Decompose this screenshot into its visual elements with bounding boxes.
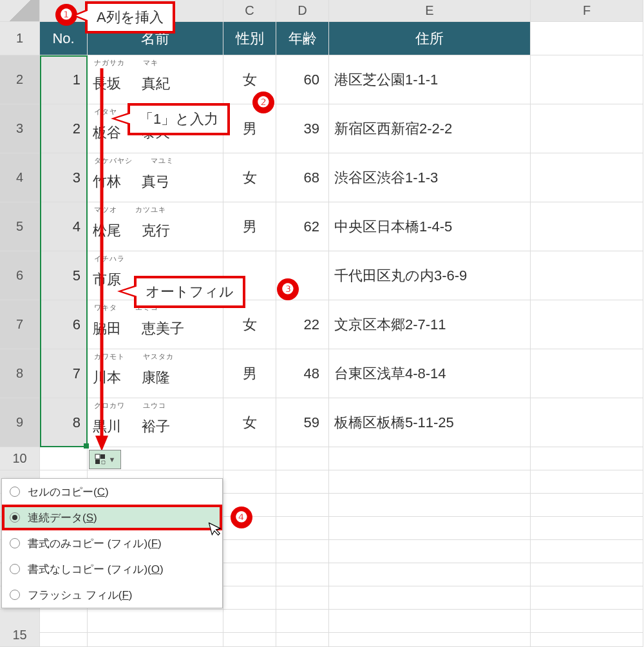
cell-E9[interactable]: 板橋区板橋5-11-25 [329, 398, 531, 447]
cell-F5[interactable] [531, 202, 643, 251]
cell-D15[interactable] [276, 624, 329, 647]
cell-D4[interactable]: 68 [276, 153, 329, 202]
autofill-options-button[interactable]: ▼ [89, 450, 121, 469]
cell-D2[interactable]: 60 [276, 55, 329, 104]
cell-E8[interactable]: 台東区浅草4-8-14 [329, 349, 531, 398]
badge-2: ❷ [252, 92, 274, 113]
badge-4: ❹ [231, 507, 252, 528]
cell-D5[interactable]: 62 [276, 202, 329, 251]
callout-autofill: オートフィル [134, 276, 245, 308]
cell-D10[interactable] [276, 447, 329, 470]
col-header-F[interactable]: F [531, 0, 643, 22]
cell-E5[interactable]: 中央区日本橋1-4-5 [329, 202, 531, 251]
cell-C10[interactable] [223, 447, 276, 470]
row-header-7[interactable]: 7 [0, 300, 40, 349]
cell-A3[interactable]: 2 [40, 104, 88, 153]
autofill-icon [95, 454, 106, 465]
svg-rect-5 [102, 461, 105, 464]
cell-A7[interactable]: 6 [40, 300, 88, 349]
autofill-options-menu: セルのコピー(C) 連続データ(S) 書式のみコピー (フィル)(F) 書式なし… [1, 478, 223, 608]
cell-A6[interactable]: 5 [40, 251, 88, 300]
cell-F1[interactable] [531, 22, 643, 55]
menu-item-fill-without-format[interactable]: 書式なしコピー (フィル)(O) [2, 556, 222, 582]
cell-B4[interactable]: タケバヤシマユミ竹林真弓 [88, 153, 223, 202]
cell-E10[interactable] [329, 447, 531, 470]
cell-D9[interactable]: 59 [276, 398, 329, 447]
cell-A10[interactable] [40, 447, 88, 470]
menu-item-fill-format-only[interactable]: 書式のみコピー (フィル)(F) [2, 530, 222, 556]
radio-icon [10, 590, 20, 600]
radio-icon [10, 538, 20, 548]
menu-item-flash-fill[interactable]: フラッシュ フィル(F) [2, 582, 222, 608]
cell-D7[interactable]: 22 [276, 300, 329, 349]
svg-rect-2 [95, 454, 100, 459]
cell-E3[interactable]: 新宿区西新宿2-2-2 [329, 104, 531, 153]
row-header-3[interactable]: 3 [0, 104, 40, 153]
row-header-6[interactable]: 6 [0, 251, 40, 300]
cell-D3[interactable]: 39 [276, 104, 329, 153]
cell-B15[interactable] [88, 624, 223, 647]
col-header-E[interactable]: E [329, 0, 531, 22]
callout-insert-column: A列を挿入 [85, 1, 175, 34]
cell-F6[interactable] [531, 251, 643, 300]
cell-B2[interactable]: ナガサカマキ長坂真紀 [88, 55, 223, 104]
radio-icon [10, 512, 20, 523]
row-header-9[interactable]: 9 [0, 398, 40, 447]
cell-F10[interactable] [531, 447, 643, 470]
cell-A4[interactable]: 3 [40, 153, 88, 202]
row-header-8[interactable]: 8 [0, 349, 40, 398]
cell-F2[interactable] [531, 55, 643, 104]
row-header-10[interactable]: 10 [0, 447, 40, 470]
cell-A9[interactable]: 8 [40, 398, 88, 447]
row-header-4[interactable]: 4 [0, 153, 40, 202]
cell-D8[interactable]: 48 [276, 349, 329, 398]
cell-C15[interactable] [223, 624, 276, 647]
menu-item-copy-cells[interactable]: セルのコピー(C) [2, 479, 222, 505]
callout-enter-1: 「1」と入力 [128, 103, 230, 135]
menu-item-fill-series[interactable]: 連続データ(S) [2, 505, 222, 530]
cell-E6[interactable]: 千代田区丸の内3-6-9 [329, 251, 531, 300]
th-sex[interactable]: 性別 [223, 22, 276, 55]
cell-F9[interactable] [531, 398, 643, 447]
cell-E15[interactable] [329, 624, 531, 647]
row-header-2[interactable]: 2 [0, 55, 40, 104]
svg-rect-4 [95, 459, 100, 464]
row-header-5[interactable]: 5 [0, 202, 40, 251]
cell-C5[interactable]: 男 [223, 202, 276, 251]
cell-C9[interactable]: 女 [223, 398, 276, 447]
cell-A15[interactable] [40, 624, 88, 647]
cell-C4[interactable]: 女 [223, 153, 276, 202]
cell-E2[interactable]: 港区芝公園1-1-1 [329, 55, 531, 104]
cell-F3[interactable] [531, 104, 643, 153]
row-header-15[interactable]: 15 [0, 624, 40, 647]
th-age[interactable]: 年齢 [276, 22, 329, 55]
cell-F7[interactable] [531, 300, 643, 349]
cell-C8[interactable]: 男 [223, 349, 276, 398]
dropdown-arrow-icon: ▼ [109, 456, 116, 463]
select-all-corner[interactable] [0, 0, 40, 22]
radio-icon [10, 564, 20, 574]
cell-B8[interactable]: カワモトヤスタカ川本康隆 [88, 349, 223, 398]
cell-F8[interactable] [531, 349, 643, 398]
cell-E4[interactable]: 渋谷区渋谷1-1-3 [329, 153, 531, 202]
cell-F15[interactable] [531, 624, 643, 647]
cell-A5[interactable]: 4 [40, 202, 88, 251]
cell-E7[interactable]: 文京区本郷2-7-11 [329, 300, 531, 349]
cell-B9[interactable]: クロカワユウコ黒川裕子 [88, 398, 223, 447]
cell-A2[interactable]: 1 [40, 55, 88, 104]
cell-B5[interactable]: マツオカツユキ松尾克行 [88, 202, 223, 251]
row-header-1[interactable]: 1 [0, 22, 40, 55]
th-addr[interactable]: 住所 [329, 22, 531, 55]
cell-F4[interactable] [531, 153, 643, 202]
th-no[interactable]: No. [40, 22, 88, 55]
radio-icon [10, 487, 20, 497]
col-header-C[interactable]: C [223, 0, 276, 22]
col-header-D[interactable]: D [276, 0, 329, 22]
svg-rect-3 [100, 454, 105, 459]
cell-A8[interactable]: 7 [40, 349, 88, 398]
badge-3: ❸ [277, 278, 299, 300]
